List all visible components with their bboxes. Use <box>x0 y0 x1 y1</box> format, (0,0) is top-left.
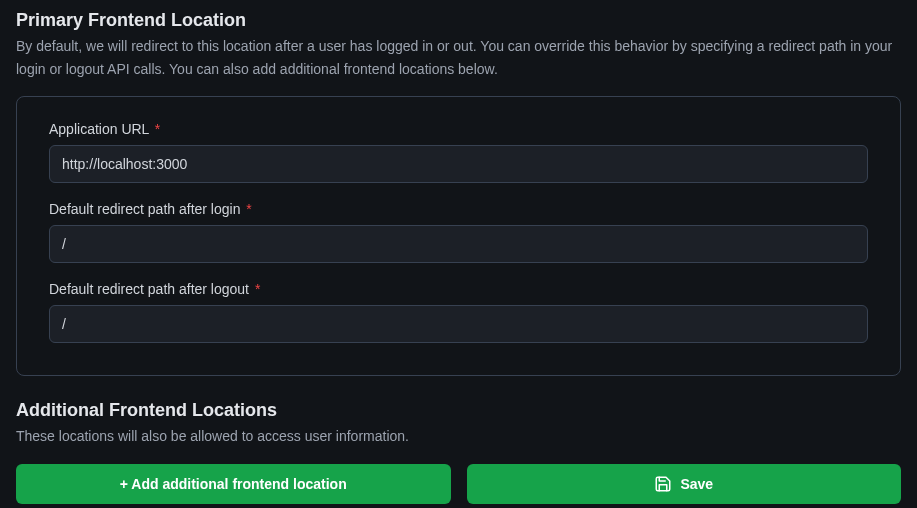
login-redirect-group: Default redirect path after login * <box>49 201 868 263</box>
button-row: + Add additional frontend location Save <box>16 464 901 504</box>
save-icon <box>654 475 672 493</box>
logout-redirect-input[interactable] <box>49 305 868 343</box>
required-indicator: * <box>155 121 160 137</box>
application-url-input[interactable] <box>49 145 868 183</box>
required-indicator: * <box>255 281 260 297</box>
save-button-label: Save <box>680 476 713 492</box>
primary-section-title: Primary Frontend Location <box>16 8 901 33</box>
logout-redirect-group: Default redirect path after logout * <box>49 281 868 343</box>
add-location-label: + Add additional frontend location <box>120 476 347 492</box>
required-indicator: * <box>246 201 251 217</box>
save-button[interactable]: Save <box>467 464 902 504</box>
primary-location-card: Application URL * Default redirect path … <box>16 96 901 376</box>
additional-section-description: These locations will also be allowed to … <box>16 425 901 447</box>
primary-section-description: By default, we will redirect to this loc… <box>16 35 901 80</box>
application-url-label: Application URL * <box>49 121 868 137</box>
additional-section: Additional Frontend Locations These loca… <box>16 398 901 504</box>
login-redirect-input[interactable] <box>49 225 868 263</box>
logout-redirect-label: Default redirect path after logout * <box>49 281 868 297</box>
add-location-button[interactable]: + Add additional frontend location <box>16 464 451 504</box>
primary-section-header: Primary Frontend Location By default, we… <box>16 8 901 80</box>
application-url-group: Application URL * <box>49 121 868 183</box>
additional-section-title: Additional Frontend Locations <box>16 398 901 423</box>
login-redirect-label: Default redirect path after login * <box>49 201 868 217</box>
additional-section-header: Additional Frontend Locations These loca… <box>16 398 901 448</box>
